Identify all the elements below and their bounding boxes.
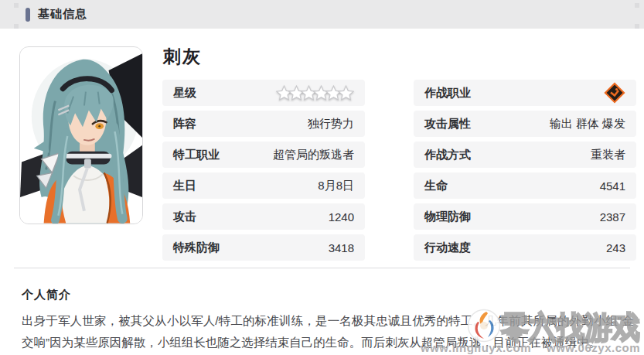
section-divider [14, 268, 630, 268]
watermark-dot [14, 3, 19, 8]
character-name: 刺灰 [163, 45, 202, 69]
defender-class-icon [604, 82, 625, 104]
row-label: 物理防御 [424, 210, 471, 224]
row-label: 星级 [173, 86, 196, 101]
info-table-right: 作战职业 攻击属性 输出 群体 爆发 作战方式 重装者 生命 4541 物理防御… [414, 80, 636, 265]
info-row-combat-style: 作战方式 重装者 [414, 142, 636, 168]
watermark-dot [14, 24, 19, 29]
row-value: 独行势力 [308, 117, 354, 131]
row-label: 阵容 [173, 117, 196, 131]
row-label: 攻击属性 [424, 117, 471, 131]
section-header: 基础信息 [0, 0, 644, 29]
info-row-birthday: 生日 8月8日 [162, 172, 365, 199]
row-label: 生日 [173, 179, 196, 193]
row-value: 超管局的叛逃者 [273, 148, 354, 162]
row-label: 特工职业 [173, 148, 220, 162]
info-row-star-rating: 星级 [162, 80, 365, 106]
info-row-faction: 阵容 独行势力 [162, 111, 365, 137]
info-row-hp: 生命 4541 [414, 172, 636, 199]
info-row-special-defense: 特殊防御 3418 [162, 234, 365, 261]
info-row-agent-class: 特工职业 超管局的叛逃者 [162, 142, 365, 168]
character-portrait-art [20, 47, 142, 224]
info-row-speed: 行动速度 243 [414, 234, 636, 261]
row-value: 4541 [600, 179, 625, 193]
row-value: 1240 [329, 210, 354, 224]
bio-paragraph: 出身于军人世家，被其父从小以军人/特工的标准训练，是一名极其忠诚且优秀的特工。几… [22, 310, 634, 353]
row-label: 特殊防御 [173, 241, 220, 255]
info-row-physical-defense: 物理防御 2387 [414, 203, 636, 230]
section-title: 基础信息 [38, 7, 87, 22]
info-row-attack-attribute: 攻击属性 输出 群体 爆发 [414, 111, 636, 137]
info-table-left: 星级 阵容 独行势力 特工职业 超管局的叛逃者 生日 8月8日 攻击 1240 … [162, 80, 365, 265]
character-info-page: 基础信息 [0, 0, 644, 355]
watermark-dot [635, 24, 639, 29]
star-rating [280, 85, 354, 101]
row-label: 作战职业 [424, 86, 471, 101]
row-label: 行动速度 [424, 241, 471, 255]
row-value: 2387 [600, 210, 625, 224]
info-row-combat-class: 作战职业 [414, 80, 636, 106]
row-label: 生命 [424, 179, 448, 193]
info-row-attack: 攻击 1240 [162, 203, 365, 230]
row-value: 输出 群体 爆发 [550, 117, 625, 131]
row-label: 攻击 [173, 210, 196, 224]
row-value: 重装者 [591, 148, 625, 162]
header-accent-bar [26, 8, 30, 22]
character-portrait [19, 46, 143, 224]
bio-title: 个人简介 [22, 288, 71, 302]
row-label: 作战方式 [424, 148, 471, 162]
watermark-dot [635, 3, 639, 8]
row-value: 8月8日 [318, 179, 354, 193]
row-value: 243 [606, 241, 625, 254]
row-value: 3418 [329, 241, 354, 254]
